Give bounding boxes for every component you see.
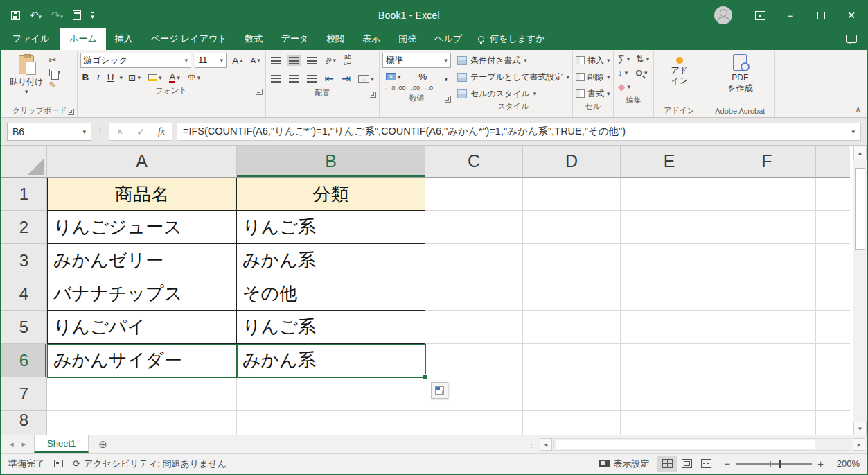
tab-view[interactable]: 表示 (353, 28, 389, 50)
tab-insert[interactable]: 挿入 (106, 28, 142, 50)
underline-button[interactable]: U (105, 71, 116, 83)
tab-file[interactable]: ファイル (1, 28, 60, 50)
format-cells-button[interactable]: 書式▾ (576, 87, 610, 100)
collapse-ribbon-button[interactable]: ∧ (855, 105, 861, 114)
cell[interactable] (621, 244, 718, 277)
cell[interactable] (816, 244, 850, 277)
cell[interactable] (816, 411, 850, 435)
cell[interactable] (425, 178, 523, 211)
cell[interactable] (718, 377, 816, 411)
normal-view-button[interactable] (657, 456, 677, 472)
cell[interactable] (425, 411, 523, 435)
cell-B4[interactable]: その他 (237, 277, 425, 311)
row-header-3[interactable]: 3 (1, 244, 47, 277)
row-header-4[interactable]: 4 (1, 277, 47, 311)
clear-button[interactable]: ◆▾ (618, 82, 630, 92)
minimize-button[interactable]: − (775, 1, 806, 29)
vertical-scrollbar[interactable]: ▴ ▾ (853, 146, 867, 435)
horizontal-scrollbar[interactable] (553, 438, 851, 451)
tab-page-layout[interactable]: ページ レイアウト (142, 28, 236, 50)
cell[interactable] (816, 277, 850, 311)
display-settings-button[interactable]: 表示設定 (599, 458, 649, 470)
cell[interactable] (816, 178, 850, 211)
cell[interactable] (621, 211, 718, 244)
increase-font-button[interactable]: A▴ (230, 55, 245, 67)
column-header-partial[interactable] (816, 146, 850, 178)
zoom-level[interactable]: 200% (829, 458, 860, 469)
align-bottom-button[interactable] (305, 55, 319, 66)
close-button[interactable]: × (836, 1, 867, 29)
accessibility-status[interactable]: ⟳アクセシビリティ: 問題ありません (73, 458, 227, 470)
zoom-slider[interactable] (736, 463, 812, 465)
column-header-d[interactable]: D (523, 146, 621, 178)
cell[interactable] (816, 211, 850, 244)
scroll-down-button[interactable]: ▾ (853, 422, 867, 435)
tab-home[interactable]: ホーム (60, 28, 106, 50)
find-select-button[interactable]: ▾ (636, 68, 649, 78)
tab-developer[interactable]: 開発 (389, 28, 425, 50)
orientation-button[interactable]: ab▾ (323, 55, 339, 65)
cell[interactable] (816, 344, 850, 377)
quick-access-extra-icon[interactable] (73, 10, 81, 20)
cell[interactable] (621, 178, 718, 211)
name-box[interactable]: B6▾ (7, 123, 91, 141)
page-break-view-button[interactable] (696, 456, 716, 472)
row-header-2[interactable]: 2 (1, 211, 47, 244)
column-header-c[interactable]: C (425, 146, 523, 178)
align-middle-button[interactable] (287, 55, 301, 66)
cell-B7[interactable] (237, 377, 425, 411)
row-header-8[interactable]: 8 (1, 411, 47, 435)
tab-help[interactable]: ヘルプ (425, 28, 471, 50)
fill-button[interactable]: ↓▾ (618, 68, 630, 78)
tab-splitter-handle[interactable]: ⋮ (524, 440, 538, 449)
cell[interactable] (425, 311, 523, 344)
cell-A2[interactable]: りんごジュース (47, 211, 237, 244)
wrap-text-button[interactable]: abc↵ (342, 53, 354, 68)
row-header-5[interactable]: 5 (1, 311, 47, 344)
addins-button[interactable]: アドイン (657, 53, 702, 104)
comma-button[interactable]: , (443, 71, 450, 83)
align-right-button[interactable] (305, 74, 319, 84)
cell[interactable] (523, 344, 621, 377)
cell[interactable] (523, 178, 621, 211)
cell-B5[interactable]: りんご系 (237, 311, 425, 344)
zoom-in-button[interactable]: + (817, 458, 824, 469)
customize-qat-button[interactable]: ▾ (91, 12, 94, 19)
cell-A3[interactable]: みかんゼリー (47, 244, 237, 277)
format-painter-button[interactable]: ✎ (49, 80, 61, 90)
fill-handle[interactable] (423, 374, 428, 380)
percent-button[interactable]: % (416, 71, 429, 83)
cell[interactable] (718, 211, 816, 244)
cell[interactable] (425, 277, 523, 311)
undo-button[interactable]: ↶▾ (30, 9, 42, 21)
alignment-dialog-launcher[interactable] (370, 92, 376, 98)
decrease-indent-button[interactable]: ⇤ (323, 71, 336, 87)
cell[interactable] (718, 311, 816, 344)
bold-button[interactable]: B (80, 71, 91, 83)
new-sheet-button[interactable]: ⊕ (89, 435, 117, 453)
cell[interactable] (425, 244, 523, 277)
cell-A6[interactable]: みかんサイダー (47, 344, 237, 377)
cell[interactable] (718, 411, 816, 435)
tab-data[interactable]: データ (272, 28, 318, 50)
column-header-e[interactable]: E (621, 146, 718, 178)
align-center-button[interactable] (287, 74, 301, 84)
macro-record-icon[interactable] (54, 460, 63, 467)
tab-review[interactable]: 校閲 (317, 28, 353, 50)
font-dialog-launcher[interactable] (256, 89, 263, 95)
cell[interactable] (718, 344, 816, 377)
cell[interactable] (425, 211, 523, 244)
cell-A4[interactable]: バナナチップス (47, 277, 237, 311)
row-header-6[interactable]: 6 (1, 344, 47, 377)
conditional-formatting-button[interactable]: 条件付き書式▾ (457, 54, 569, 67)
cell[interactable] (816, 377, 850, 411)
decrease-font-button[interactable]: A▾ (249, 55, 263, 65)
cell[interactable] (621, 311, 718, 344)
create-pdf-button[interactable]: PDFを作成 (708, 53, 772, 104)
increase-indent-button[interactable]: ⇥ (339, 71, 353, 87)
cell-B8[interactable] (237, 411, 425, 435)
next-sheet-button[interactable]: ▸ (22, 440, 26, 449)
cut-button[interactable]: ✂ (49, 55, 61, 65)
cell-B1[interactable]: 分類 (237, 178, 425, 211)
row-header-1[interactable]: 1 (1, 178, 47, 211)
